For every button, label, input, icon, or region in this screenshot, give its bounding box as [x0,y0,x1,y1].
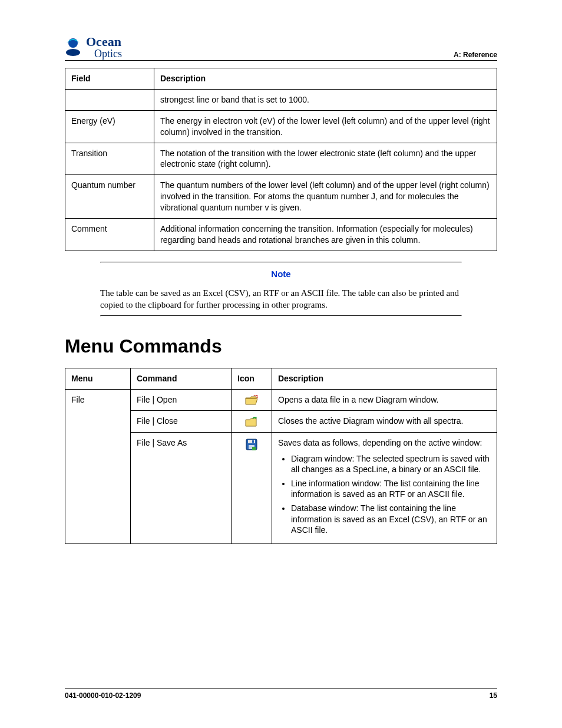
note-body: The table can be saved as an Excel (CSV)… [100,287,462,311]
command-icon-cell [232,411,272,432]
page-header: Ocean Optics A: Reference [65,35,497,61]
svg-rect-5 [248,440,255,443]
table-row: File File | Open Opens a data file in a … [65,390,497,411]
list-item: Database window: The list containing the… [291,503,491,535]
field-desc: Additional information concerning the tr… [154,219,497,251]
field-desc: The energy in electron volt (eV) of the … [154,110,497,143]
field-desc: The quantum numbers of the lower level (… [154,175,497,219]
svg-rect-8 [252,447,256,450]
close-folder-icon [245,417,258,427]
page-footer: 041-00000-010-02-1209 15 [65,689,497,700]
note-block: Note The table can be saved as an Excel … [100,262,462,317]
command-description: Opens a data file in a new Diagram windo… [272,390,497,411]
menu-name: File [65,390,131,544]
footer-page-number: 15 [490,691,497,700]
command-icon-cell [232,432,272,543]
menu-commands-table: Menu Command Icon Description File File … [65,368,497,544]
field-desc: The notation of the transition with the … [154,143,497,175]
save-as-list: Diagram window: The selected spectrum is… [278,453,491,535]
table-row: strongest line or band that is set to 10… [65,89,497,110]
table-row: Quantum number The quantum numbers of th… [65,175,497,219]
logo-text-bottom: Optics [94,48,122,59]
list-item: Diagram window: The selected spectrum is… [291,453,491,475]
logo-text: Ocean Optics [86,35,122,59]
command-icon-cell [232,390,272,411]
svg-point-1 [66,49,80,56]
section-heading: Menu Commands [65,335,497,357]
svg-rect-7 [252,440,254,443]
fields-header-description: Description [154,68,497,90]
table-row: Transition The notation of the transitio… [65,143,497,175]
fields-table: Field Description strongest line or band… [65,68,497,251]
command-description: Closes the active Diagram window with al… [272,411,497,432]
note-bottom-rule [100,315,462,317]
footer-doc-number: 041-00000-010-02-1209 [65,691,141,700]
logo-wave-icon [65,37,82,57]
command-name: File | Close [131,411,232,432]
menu-header-icon: Icon [232,368,272,390]
field-name: Transition [65,143,154,175]
open-folder-icon [245,395,258,406]
field-name [65,89,154,110]
note-title: Note [100,269,462,279]
table-header-row: Field Description [65,68,497,90]
menu-header-description: Description [272,368,497,390]
save-as-intro: Saves data as follows, depending on the … [278,438,482,447]
table-header-row: Menu Command Icon Description [65,368,497,390]
menu-header-command: Command [131,368,232,390]
field-name: Energy (eV) [65,110,154,143]
logo: Ocean Optics [65,35,122,59]
command-description: Saves data as follows, depending on the … [272,432,497,543]
field-desc: strongest line or band that is set to 10… [154,89,497,110]
list-item: Line information window: The list contai… [291,478,491,499]
note-top-rule [100,262,462,263]
field-name: Quantum number [65,175,154,219]
header-reference-label: A: Reference [454,51,497,59]
command-name: File | Open [131,390,232,411]
command-name: File | Save As [131,432,232,543]
logo-text-top: Ocean [86,35,122,48]
page: Ocean Optics A: Reference Field Descript… [0,0,562,728]
save-disk-icon [246,439,257,450]
menu-header-menu: Menu [65,368,131,390]
table-row: Comment Additional information concernin… [65,219,497,251]
field-name: Comment [65,219,154,251]
fields-header-field: Field [65,68,154,90]
table-row: Energy (eV) The energy in electron volt … [65,110,497,143]
